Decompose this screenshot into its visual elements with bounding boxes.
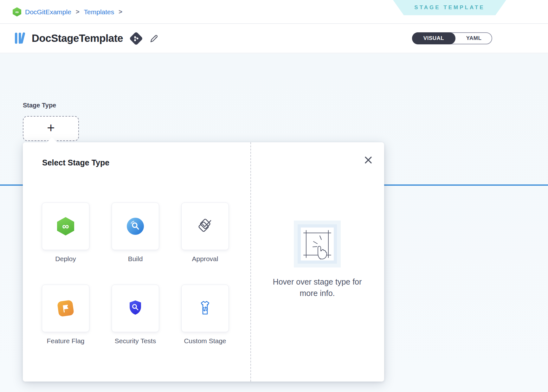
close-icon bbox=[364, 156, 373, 164]
edit-title-button[interactable] bbox=[149, 34, 158, 43]
stage-card-label: Feature Flag bbox=[47, 336, 84, 346]
breadcrumb: ∞ DocGitExample > Templates > bbox=[13, 0, 123, 24]
feature-flag-icon bbox=[57, 299, 74, 317]
hover-info-hint: Hover over stage type for more info. bbox=[250, 276, 384, 299]
plus-icon: + bbox=[47, 121, 55, 135]
page-title: DocStageTemplate bbox=[32, 32, 123, 44]
close-button[interactable] bbox=[363, 154, 374, 166]
stage-type-cell: Custom Stage bbox=[181, 285, 229, 346]
select-stage-type-popover: Select Stage Type ∞ Deploy bbox=[23, 142, 384, 382]
stage-card-feature-flag[interactable] bbox=[42, 285, 89, 332]
stage-type-cell: Security Tests bbox=[112, 285, 159, 346]
toggle-yaml-button[interactable]: YAML bbox=[456, 33, 492, 44]
stage-type-cell: Approval bbox=[181, 202, 229, 264]
stage-template-badge: STAGE TEMPLATE bbox=[393, 0, 506, 15]
stage-type-cell: Feature Flag bbox=[42, 285, 89, 346]
stage-card-label: Deploy bbox=[55, 254, 76, 264]
title-bar: DocStageTemplate VISUAL bbox=[0, 24, 548, 53]
hover-info-illustration bbox=[294, 221, 341, 267]
stage-card-label: Security Tests bbox=[115, 336, 156, 346]
breadcrumb-separator-icon: > bbox=[118, 8, 123, 16]
custom-stage-icon bbox=[197, 300, 214, 317]
stage-template-editor: ∞ DocGitExample > Templates > STAGE TEMP… bbox=[0, 0, 548, 392]
stage-type-cell: ∞ Deploy bbox=[42, 202, 89, 264]
breadcrumb-separator-icon: > bbox=[75, 8, 80, 16]
stage-type-grid: ∞ Deploy bbox=[42, 202, 229, 346]
view-mode-toggle: VISUAL YAML bbox=[412, 32, 492, 44]
template-library-icon bbox=[13, 31, 27, 46]
pipeline-canvas: Stage Type + Select Stage Type ∞ bbox=[0, 54, 548, 392]
pencil-icon bbox=[149, 34, 158, 43]
popover-title: Select Stage Type bbox=[42, 158, 109, 167]
stage-card-deploy[interactable]: ∞ bbox=[42, 202, 89, 250]
breadcrumb-bar: ∞ DocGitExample > Templates > STAGE TEMP… bbox=[0, 0, 548, 24]
build-ci-icon bbox=[127, 218, 144, 235]
stage-card-custom-stage[interactable] bbox=[181, 285, 229, 332]
stage-template-badge-label: STAGE TEMPLATE bbox=[414, 4, 485, 11]
stage-card-build[interactable] bbox=[112, 202, 159, 250]
stage-card-label: Build bbox=[128, 254, 143, 264]
deploy-cd-icon: ∞ bbox=[57, 217, 74, 235]
breadcrumb-project-link[interactable]: DocGitExample bbox=[25, 8, 71, 16]
breadcrumb-templates-link[interactable]: Templates bbox=[84, 8, 114, 16]
security-tests-icon bbox=[127, 299, 144, 318]
click-stage-sketch-icon bbox=[301, 228, 334, 260]
illustration-inner-frame bbox=[298, 224, 337, 264]
add-stage-button[interactable]: + bbox=[23, 116, 79, 141]
stage-card-label: Approval bbox=[192, 254, 218, 264]
project-hexagon-icon: ∞ bbox=[13, 7, 21, 16]
stage-card-label: Custom Stage bbox=[184, 336, 226, 346]
approval-icon bbox=[196, 217, 214, 235]
stage-type-cell: Build bbox=[112, 202, 159, 264]
stage-card-approval[interactable] bbox=[181, 202, 229, 250]
toggle-visual-button[interactable]: VISUAL bbox=[412, 32, 455, 44]
stage-card-security-tests[interactable] bbox=[112, 285, 159, 332]
stage-type-label: Stage Type bbox=[23, 102, 56, 109]
popover-divider bbox=[250, 142, 251, 382]
git-sync-icon bbox=[129, 31, 143, 45]
